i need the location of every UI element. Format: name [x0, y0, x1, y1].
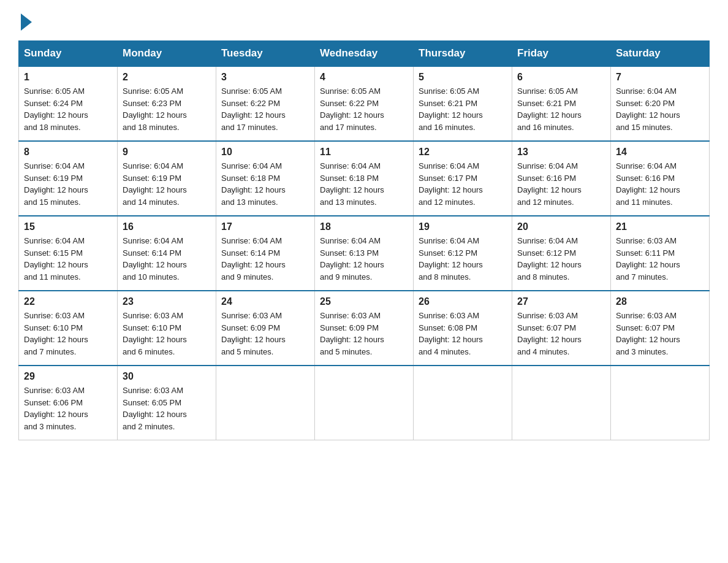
day-number: 10	[221, 147, 309, 158]
calendar-cell: 14Sunrise: 6:04 AMSunset: 6:16 PMDayligh…	[611, 141, 710, 216]
logo-arrow-icon	[21, 13, 32, 31]
day-number: 3	[221, 72, 309, 83]
logo	[18, 12, 32, 28]
day-info: Sunrise: 6:04 AMSunset: 6:18 PMDaylight:…	[221, 160, 309, 208]
day-number: 7	[616, 72, 704, 83]
day-number: 15	[24, 221, 112, 232]
day-info: Sunrise: 6:03 AMSunset: 6:07 PMDaylight:…	[517, 310, 605, 358]
day-info: Sunrise: 6:05 AMSunset: 6:21 PMDaylight:…	[419, 85, 507, 133]
day-info: Sunrise: 6:05 AMSunset: 6:22 PMDaylight:…	[221, 85, 309, 133]
calendar-cell: 22Sunrise: 6:03 AMSunset: 6:10 PMDayligh…	[19, 291, 118, 366]
day-info: Sunrise: 6:04 AMSunset: 6:14 PMDaylight:…	[123, 235, 211, 283]
calendar-cell: 3Sunrise: 6:05 AMSunset: 6:22 PMDaylight…	[216, 66, 315, 141]
calendar-cell: 12Sunrise: 6:04 AMSunset: 6:17 PMDayligh…	[414, 141, 512, 216]
day-info: Sunrise: 6:05 AMSunset: 6:23 PMDaylight:…	[123, 85, 211, 133]
calendar-cell: 4Sunrise: 6:05 AMSunset: 6:22 PMDaylight…	[315, 66, 414, 141]
calendar-cell: 1Sunrise: 6:05 AMSunset: 6:24 PMDaylight…	[19, 66, 118, 141]
day-info: Sunrise: 6:03 AMSunset: 6:10 PMDaylight:…	[24, 310, 112, 358]
day-info: Sunrise: 6:03 AMSunset: 6:07 PMDaylight:…	[616, 310, 704, 358]
day-number: 12	[419, 147, 507, 158]
day-number: 14	[616, 147, 704, 158]
calendar-cell: 5Sunrise: 6:05 AMSunset: 6:21 PMDaylight…	[414, 66, 512, 141]
day-number: 27	[517, 296, 605, 307]
day-number: 2	[123, 72, 211, 83]
calendar-cell: 26Sunrise: 6:03 AMSunset: 6:08 PMDayligh…	[414, 291, 512, 366]
day-number: 21	[616, 221, 704, 232]
calendar-cell: 13Sunrise: 6:04 AMSunset: 6:16 PMDayligh…	[512, 141, 611, 216]
day-info: Sunrise: 6:05 AMSunset: 6:22 PMDaylight:…	[320, 85, 408, 133]
day-info: Sunrise: 6:03 AMSunset: 6:11 PMDaylight:…	[616, 235, 704, 283]
day-info: Sunrise: 6:04 AMSunset: 6:16 PMDaylight:…	[517, 160, 605, 208]
header-day-sunday: Sunday	[19, 41, 118, 67]
calendar-table: SundayMondayTuesdayWednesdayThursdayFrid…	[18, 40, 710, 440]
day-number: 25	[320, 296, 408, 307]
calendar-header-row: SundayMondayTuesdayWednesdayThursdayFrid…	[19, 41, 710, 67]
header	[18, 12, 710, 28]
header-day-monday: Monday	[118, 41, 216, 67]
calendar-cell: 29Sunrise: 6:03 AMSunset: 6:06 PMDayligh…	[19, 366, 118, 440]
calendar-cell: 11Sunrise: 6:04 AMSunset: 6:18 PMDayligh…	[315, 141, 414, 216]
day-info: Sunrise: 6:03 AMSunset: 6:05 PMDaylight:…	[123, 385, 211, 432]
day-info: Sunrise: 6:03 AMSunset: 6:06 PMDaylight:…	[24, 385, 112, 432]
day-info: Sunrise: 6:04 AMSunset: 6:14 PMDaylight:…	[221, 235, 309, 283]
calendar-cell: 23Sunrise: 6:03 AMSunset: 6:10 PMDayligh…	[118, 291, 216, 366]
day-number: 26	[419, 296, 507, 307]
day-info: Sunrise: 6:03 AMSunset: 6:09 PMDaylight:…	[221, 310, 309, 358]
day-number: 4	[320, 72, 408, 83]
day-info: Sunrise: 6:03 AMSunset: 6:10 PMDaylight:…	[123, 310, 211, 358]
calendar-cell: 7Sunrise: 6:04 AMSunset: 6:20 PMDaylight…	[611, 66, 710, 141]
day-info: Sunrise: 6:04 AMSunset: 6:19 PMDaylight:…	[123, 160, 211, 208]
calendar-cell	[512, 366, 611, 440]
calendar-cell: 10Sunrise: 6:04 AMSunset: 6:18 PMDayligh…	[216, 141, 315, 216]
day-number: 29	[24, 371, 112, 382]
day-number: 13	[517, 147, 605, 158]
calendar-cell: 25Sunrise: 6:03 AMSunset: 6:09 PMDayligh…	[315, 291, 414, 366]
day-info: Sunrise: 6:04 AMSunset: 6:12 PMDaylight:…	[419, 235, 507, 283]
day-number: 30	[123, 371, 211, 382]
day-number: 6	[517, 72, 605, 83]
day-number: 11	[320, 147, 408, 158]
day-number: 16	[123, 221, 211, 232]
calendar-cell: 16Sunrise: 6:04 AMSunset: 6:14 PMDayligh…	[118, 216, 216, 291]
header-day-friday: Friday	[512, 41, 611, 67]
day-number: 28	[616, 296, 704, 307]
day-number: 19	[419, 221, 507, 232]
day-info: Sunrise: 6:04 AMSunset: 6:20 PMDaylight:…	[616, 85, 704, 133]
calendar-week-3: 15Sunrise: 6:04 AMSunset: 6:15 PMDayligh…	[19, 216, 710, 291]
day-number: 24	[221, 296, 309, 307]
header-day-saturday: Saturday	[611, 41, 710, 67]
calendar-cell: 2Sunrise: 6:05 AMSunset: 6:23 PMDaylight…	[118, 66, 216, 141]
calendar-cell: 24Sunrise: 6:03 AMSunset: 6:09 PMDayligh…	[216, 291, 315, 366]
header-day-wednesday: Wednesday	[315, 41, 414, 67]
calendar-week-5: 29Sunrise: 6:03 AMSunset: 6:06 PMDayligh…	[19, 366, 710, 440]
calendar-cell	[414, 366, 512, 440]
calendar-cell	[611, 366, 710, 440]
day-info: Sunrise: 6:05 AMSunset: 6:21 PMDaylight:…	[517, 85, 605, 133]
day-number: 18	[320, 221, 408, 232]
day-info: Sunrise: 6:04 AMSunset: 6:16 PMDaylight:…	[616, 160, 704, 208]
calendar-cell: 19Sunrise: 6:04 AMSunset: 6:12 PMDayligh…	[414, 216, 512, 291]
day-info: Sunrise: 6:04 AMSunset: 6:13 PMDaylight:…	[320, 235, 408, 283]
day-number: 9	[123, 147, 211, 158]
calendar-cell: 17Sunrise: 6:04 AMSunset: 6:14 PMDayligh…	[216, 216, 315, 291]
day-number: 20	[517, 221, 605, 232]
day-info: Sunrise: 6:04 AMSunset: 6:19 PMDaylight:…	[24, 160, 112, 208]
day-number: 8	[24, 147, 112, 158]
calendar-cell: 8Sunrise: 6:04 AMSunset: 6:19 PMDaylight…	[19, 141, 118, 216]
calendar-cell: 27Sunrise: 6:03 AMSunset: 6:07 PMDayligh…	[512, 291, 611, 366]
calendar-cell: 28Sunrise: 6:03 AMSunset: 6:07 PMDayligh…	[611, 291, 710, 366]
day-number: 5	[419, 72, 507, 83]
day-number: 23	[123, 296, 211, 307]
day-info: Sunrise: 6:03 AMSunset: 6:09 PMDaylight:…	[320, 310, 408, 358]
calendar-cell: 6Sunrise: 6:05 AMSunset: 6:21 PMDaylight…	[512, 66, 611, 141]
calendar-cell: 20Sunrise: 6:04 AMSunset: 6:12 PMDayligh…	[512, 216, 611, 291]
calendar-cell: 9Sunrise: 6:04 AMSunset: 6:19 PMDaylight…	[118, 141, 216, 216]
calendar-cell: 18Sunrise: 6:04 AMSunset: 6:13 PMDayligh…	[315, 216, 414, 291]
calendar-cell: 21Sunrise: 6:03 AMSunset: 6:11 PMDayligh…	[611, 216, 710, 291]
day-info: Sunrise: 6:05 AMSunset: 6:24 PMDaylight:…	[24, 85, 112, 133]
calendar-week-2: 8Sunrise: 6:04 AMSunset: 6:19 PMDaylight…	[19, 141, 710, 216]
day-info: Sunrise: 6:04 AMSunset: 6:15 PMDaylight:…	[24, 235, 112, 283]
day-number: 1	[24, 72, 112, 83]
day-info: Sunrise: 6:04 AMSunset: 6:18 PMDaylight:…	[320, 160, 408, 208]
calendar-week-4: 22Sunrise: 6:03 AMSunset: 6:10 PMDayligh…	[19, 291, 710, 366]
